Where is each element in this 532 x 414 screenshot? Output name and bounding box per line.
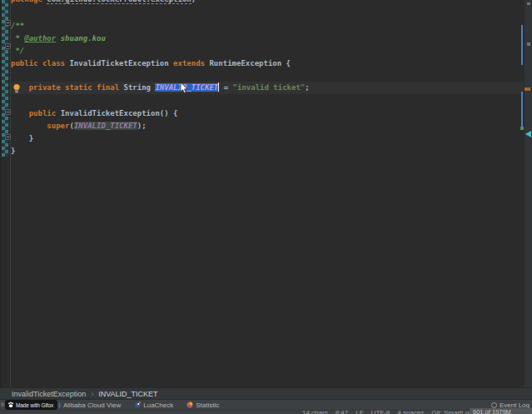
scrollbar-error-stripe[interactable]: [524, 0, 532, 387]
gifox-watermark-label: Made with Gifox: [16, 402, 53, 408]
fold-marker-comment-end[interactable]: [5, 43, 11, 49]
stripe-gray-mark: [527, 2, 530, 5]
tool-window-label: LuaCheck: [143, 402, 173, 409]
code-line-author[interactable]: * @author shuang.kou: [11, 32, 106, 45]
stripe-change-mark: [521, 25, 523, 65]
code-line-close-outer[interactable]: }: [11, 145, 15, 157]
status-indent[interactable]: 4 spaces: [397, 409, 424, 414]
code-line-comment-close[interactable]: */: [11, 45, 24, 57]
tool-window-label: Alibaba Cloud View: [63, 402, 121, 409]
tool-window-label: Statistic: [196, 402, 219, 409]
gifox-watermark: Made with Gifox: [5, 400, 57, 410]
intention-lightbulb-icon[interactable]: [12, 83, 21, 94]
tool-window-luacheck[interactable]: LuaCheck: [134, 402, 173, 409]
stripe-change-mark: [521, 92, 523, 129]
stripe-usage-mark: [520, 127, 524, 130]
code-editor[interactable]: package com.github.lockerrobot.exception…: [0, 0, 532, 387]
status-line-separator[interactable]: LF: [355, 409, 363, 414]
stripe-gray-mark: [527, 42, 530, 46]
breadcrumb-class[interactable]: InvalidTicketException: [12, 390, 86, 398]
breadcrumb-member[interactable]: INVALID_TICKET: [98, 390, 157, 398]
event-log-icon: [491, 402, 497, 408]
fold-marker-comment-start[interactable]: [5, 20, 11, 26]
breadcrumb-separator-icon: ›: [91, 390, 93, 398]
status-caret-position[interactable]: 8:47: [336, 409, 349, 414]
code-line-class-declaration[interactable]: public class InvalidTicketException exte…: [11, 57, 291, 70]
code-line-constructor[interactable]: public InvalidTicketException() {: [11, 107, 178, 120]
mouse-cursor: [180, 82, 189, 94]
breadcrumb: InvalidTicketException › INVALID_TICKET: [0, 387, 532, 400]
code-line-super-call[interactable]: super(INVALID_TICKET);: [11, 120, 147, 132]
ide-window: package com.github.lockerrobot.exception…: [0, 0, 532, 414]
fold-marker-constructor[interactable]: [5, 109, 11, 115]
code-line-package[interactable]: package com.github.lockerrobot.exception…: [11, 0, 196, 6]
fold-marker-constructor-end[interactable]: [5, 134, 11, 140]
stripe-selection-mark: [525, 87, 530, 91]
luacheck-icon: [134, 402, 141, 408]
status-bar: 14 chars 8:47 LF UTF-8 4 spaces Git: Sma…: [0, 410, 532, 414]
code-line-close-inner[interactable]: }: [11, 132, 33, 145]
code-line-comment-open[interactable]: /**: [11, 20, 24, 32]
status-encoding[interactable]: UTF-8: [371, 409, 390, 414]
memory-indicator[interactable]: 601 of 1979M: [470, 408, 532, 414]
status-selection-chars[interactable]: 14 chars: [302, 409, 328, 414]
statistic-icon: [186, 402, 193, 408]
stripe-position-arrow: [525, 131, 531, 137]
paw-icon: [7, 402, 14, 408]
tool-window-statistic[interactable]: Statistic: [186, 402, 219, 409]
code-line-field[interactable]: private static final String INVALID_TICK…: [11, 82, 310, 94]
tool-window-alibaba-cloud-view[interactable]: Alibaba Cloud View: [53, 402, 121, 409]
